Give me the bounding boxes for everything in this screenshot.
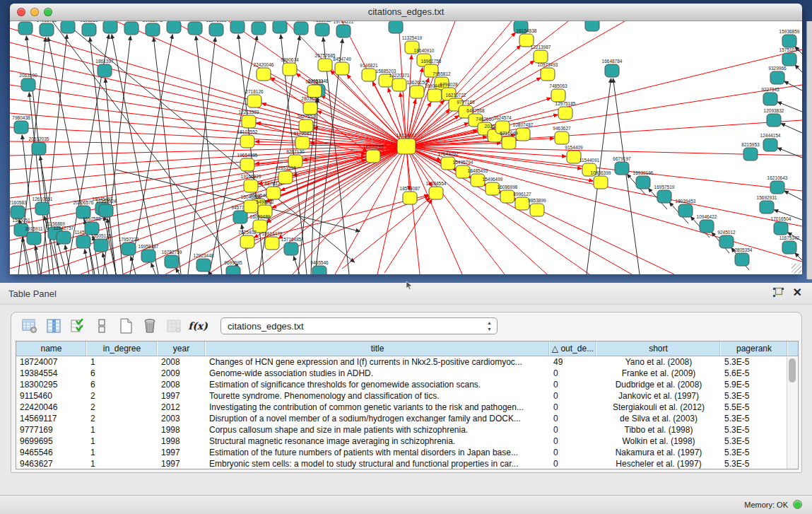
cell-short[interactable]: Yano et al. (2008) <box>596 356 721 368</box>
new-table-icon[interactable] <box>117 317 134 334</box>
graph-node[interactable] <box>273 21 287 33</box>
graph-node[interactable] <box>719 235 734 248</box>
cell-title[interactable]: Tourette syndrome. Phenomenology and cla… <box>206 390 550 402</box>
citation-edge-black[interactable] <box>176 268 180 274</box>
graph-node[interactable] <box>283 63 297 76</box>
graph-node[interactable] <box>240 135 254 148</box>
citation-edge-red[interactable] <box>406 146 589 274</box>
graph-node[interactable] <box>94 239 108 252</box>
row-height-icon[interactable] <box>93 317 110 334</box>
column-header-pagerank[interactable]: pagerank <box>721 341 788 356</box>
network-canvas[interactable]: 6395327140557122059652393052592069140688… <box>10 21 802 274</box>
column-header-year[interactable]: year <box>158 341 206 356</box>
graph-node[interactable] <box>99 204 113 217</box>
table-row[interactable]: 1830029562008Estimation of significance … <box>16 379 798 390</box>
cell-short[interactable]: Nakamura et al. (1997) <box>596 447 721 458</box>
cell-short[interactable]: Tibbo et al. (1998) <box>596 424 721 436</box>
graph-node[interactable] <box>735 253 749 266</box>
graph-node[interactable] <box>502 136 516 149</box>
cell-year[interactable]: 2003 <box>158 413 206 424</box>
column-header-short[interactable]: short <box>596 341 721 356</box>
cell-short[interactable]: Jankovic et al. (1997) <box>596 390 721 402</box>
graph-node[interactable] <box>782 241 796 254</box>
cell-out_de[interactable]: 0 <box>550 424 596 436</box>
graph-node[interactable] <box>141 250 155 262</box>
citation-edge-red[interactable] <box>10 146 406 269</box>
network-view-window[interactable]: citations_edges.txt 63953271405571220596… <box>10 4 802 274</box>
graph-node[interactable] <box>244 180 258 192</box>
graph-node[interactable] <box>389 21 403 33</box>
cell-short[interactable]: Dudbridge et al. (2008) <box>596 379 721 390</box>
graph-node[interactable] <box>770 181 784 194</box>
graph-node[interactable] <box>315 23 329 36</box>
cell-title[interactable]: Structural magnetic resonance image aver… <box>206 436 550 447</box>
citation-edge-red[interactable] <box>406 146 420 274</box>
graph-node[interactable] <box>240 158 254 171</box>
graph-node[interactable] <box>61 21 75 33</box>
delete-table-icon[interactable] <box>141 317 158 334</box>
cell-title[interactable]: Disruption of a novel member of a sodium… <box>206 413 550 424</box>
graph-node[interactable] <box>57 231 71 244</box>
graph-node[interactable] <box>429 187 443 199</box>
graph-node[interactable] <box>82 23 96 36</box>
graph-node[interactable] <box>27 232 41 245</box>
graph-node[interactable] <box>760 201 774 214</box>
graph-node[interactable] <box>362 69 376 81</box>
graph-node[interactable] <box>530 204 544 216</box>
cell-in_degree[interactable]: 2 <box>87 390 158 402</box>
graph-node[interactable] <box>555 132 569 144</box>
citation-edge-black[interactable] <box>613 78 640 274</box>
graph-node[interactable] <box>242 115 256 128</box>
cell-pagerank[interactable]: 5.3E-5 <box>721 413 788 424</box>
graph-node[interactable] <box>196 259 211 271</box>
cell-in_degree[interactable]: 1 <box>87 447 158 458</box>
close-panel-icon[interactable]: ✕ <box>793 286 802 299</box>
graph-node[interactable] <box>233 211 247 223</box>
graph-node[interactable] <box>266 187 281 199</box>
cell-short[interactable]: de Silva et al. (2003) <box>596 413 721 424</box>
graph-node[interactable] <box>240 235 254 248</box>
citation-edge-red[interactable] <box>250 146 406 274</box>
graph-node[interactable] <box>265 237 279 250</box>
cell-title[interactable]: Estimation of the future numbers of pati… <box>206 447 550 458</box>
cell-in_degree[interactable]: 1 <box>87 436 158 447</box>
cell-title[interactable]: Embryonic stem cells: a model to study s… <box>206 458 550 469</box>
cell-name[interactable]: 22420046 <box>16 402 87 413</box>
graph-node[interactable] <box>318 59 332 71</box>
graph-node[interactable] <box>40 23 54 36</box>
cell-out_de[interactable]: 0 <box>550 436 596 447</box>
cell-pagerank[interactable]: 5.9E-5 <box>721 379 788 390</box>
graph-node[interactable] <box>18 22 33 35</box>
graph-node[interactable] <box>636 176 650 189</box>
graph-node[interactable] <box>312 266 326 274</box>
citation-edge-black[interactable] <box>784 191 802 200</box>
cell-year[interactable]: 2012 <box>158 402 206 413</box>
graph-node[interactable] <box>500 190 514 203</box>
citation-edge-red[interactable] <box>406 146 547 274</box>
graph-node[interactable] <box>247 95 261 107</box>
cell-year[interactable]: 2009 <box>158 368 206 379</box>
cell-in_degree[interactable]: 6 <box>87 379 158 390</box>
table-settings-icon[interactable] <box>21 317 38 334</box>
citation-edge-black[interactable] <box>781 124 802 133</box>
network-window-titlebar[interactable]: citations_edges.txt <box>10 4 802 21</box>
graph-node[interactable] <box>428 89 442 102</box>
graph-node[interactable] <box>303 102 317 115</box>
citation-edge-red[interactable] <box>10 71 406 146</box>
cell-short[interactable]: Franke et al. (2009) <box>596 368 721 379</box>
citation-edge-black[interactable] <box>795 65 802 72</box>
cell-name[interactable]: 9699695 <box>16 436 87 447</box>
select-columns-icon[interactable] <box>69 317 86 334</box>
window-resize-grip[interactable] <box>792 264 801 274</box>
cell-out_de[interactable]: 0 <box>550 402 596 413</box>
cell-pagerank[interactable]: 5.3E-5 <box>721 424 788 436</box>
cell-in_degree[interactable]: 1 <box>87 356 158 368</box>
graph-node[interactable] <box>76 235 90 248</box>
cell-year[interactable]: 1998 <box>158 436 206 447</box>
table-row[interactable]: 1938455462009Genome-wide association stu… <box>16 368 798 379</box>
graph-node[interactable] <box>678 204 693 217</box>
cell-title[interactable]: Investigating the contribution of common… <box>206 402 550 413</box>
graph-node[interactable] <box>188 22 202 35</box>
graph-node[interactable] <box>252 22 266 35</box>
graph-node[interactable] <box>515 197 529 210</box>
